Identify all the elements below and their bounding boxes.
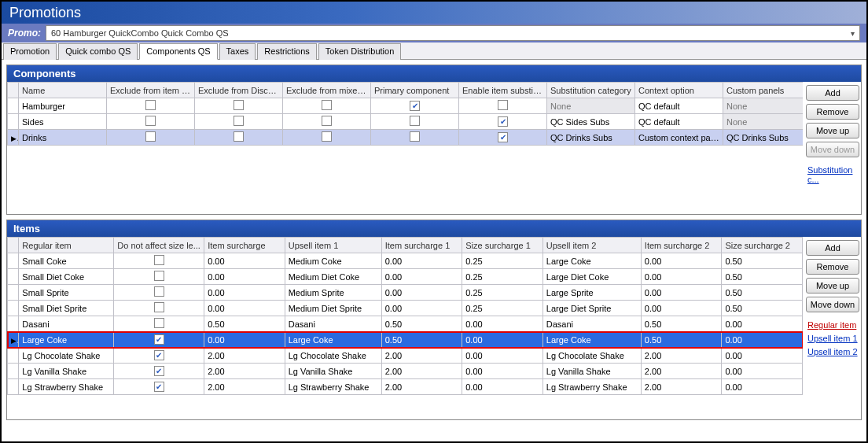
cell[interactable]: 0.25 [462, 269, 543, 285]
checkbox[interactable] [154, 318, 164, 328]
tab-components-qs[interactable]: Components QS [139, 43, 217, 60]
table-row[interactable]: Small Coke0.00Medium Coke0.000.25Large C… [8, 253, 803, 269]
cell[interactable]: 0.00 [204, 269, 285, 285]
checkbox[interactable] [322, 116, 332, 126]
checkbox[interactable] [322, 131, 332, 142]
upsell1-link[interactable]: Upsell item 1 [806, 334, 859, 343]
cell[interactable] [107, 130, 195, 146]
cell[interactable]: Dasani [19, 316, 114, 332]
cell[interactable]: 0.00 [722, 379, 803, 395]
table-row[interactable]: Small Sprite0.00Medium Sprite0.000.25Lar… [8, 285, 803, 301]
cell[interactable]: 0.00 [462, 316, 543, 332]
table-row[interactable]: Lg Vanilla Shake✔2.00Lg Vanilla Shake2.0… [8, 364, 803, 379]
cell[interactable]: 0.00 [462, 332, 543, 348]
checkbox[interactable] [234, 131, 244, 142]
cell[interactable]: 0.00 [641, 301, 722, 316]
movedown-button[interactable]: Move down [806, 142, 859, 157]
tab-taxes[interactable]: Taxes [219, 43, 256, 60]
cell[interactable]: Dasani [285, 316, 381, 332]
add-button[interactable]: Add [806, 85, 859, 101]
add-button[interactable]: Add [806, 240, 859, 256]
tab-token-distribution[interactable]: Token Distribution [318, 43, 401, 60]
cell[interactable] [107, 114, 195, 130]
cell[interactable] [195, 98, 283, 114]
cell[interactable]: 0.00 [204, 285, 285, 301]
cell[interactable]: 2.00 [641, 348, 722, 364]
checkbox[interactable] [234, 116, 244, 126]
cell[interactable]: 0.00 [381, 301, 462, 316]
cell[interactable]: None [723, 98, 804, 114]
col-header[interactable]: Regular item [19, 238, 114, 253]
cell[interactable]: 0.00 [641, 253, 722, 269]
col-header[interactable]: Item surcharge 1 [381, 238, 462, 253]
cell[interactable]: 0.50 [381, 316, 462, 332]
cell[interactable]: QC Sides Subs [547, 114, 635, 130]
checkbox[interactable] [145, 131, 156, 142]
cell[interactable]: Lg Chocolate Shake [285, 348, 381, 364]
checkbox[interactable]: ✔ [498, 116, 508, 127]
cell[interactable]: Dasani [542, 316, 641, 332]
col-header[interactable]: Upsell item 1 [285, 238, 381, 253]
cell[interactable]: Small Diet Sprite [19, 301, 114, 316]
cell[interactable]: Medium Diet Coke [285, 269, 381, 285]
cell[interactable] [195, 114, 283, 130]
items-grid[interactable]: Regular itemDo not affect size le...Item… [7, 237, 803, 395]
cell[interactable] [371, 114, 459, 130]
cell[interactable]: Large Coke [542, 253, 641, 269]
cell[interactable] [459, 98, 547, 114]
cell[interactable]: Medium Diet Sprite [285, 301, 381, 316]
checkbox[interactable] [145, 116, 156, 126]
table-row[interactable]: Hamburger✔NoneQC defaultNone [8, 98, 804, 114]
cell[interactable]: 0.00 [204, 253, 285, 269]
cell[interactable]: None [547, 98, 635, 114]
cell[interactable]: None [723, 114, 804, 130]
col-header[interactable]: Custom panels [723, 83, 804, 98]
cell[interactable]: QC default [635, 98, 723, 114]
cell[interactable]: 0.25 [462, 301, 543, 316]
cell[interactable]: 2.00 [381, 348, 462, 364]
cell[interactable]: 0.00 [381, 253, 462, 269]
cell[interactable]: ✔ [114, 379, 204, 395]
remove-button[interactable]: Remove [806, 104, 859, 120]
cell[interactable]: Lg Strawberry Shake [542, 379, 641, 395]
cell[interactable]: 0.00 [381, 285, 462, 301]
cell[interactable] [195, 130, 283, 146]
cell[interactable]: 0.25 [462, 285, 543, 301]
cell[interactable]: 0.00 [462, 348, 543, 364]
cell[interactable]: 0.00 [722, 332, 803, 348]
cell[interactable]: Large Diet Sprite [542, 301, 641, 316]
cell[interactable]: 2.00 [641, 364, 722, 379]
cell[interactable]: 0.50 [722, 301, 803, 316]
cell[interactable]: 0.50 [641, 316, 722, 332]
checkbox[interactable] [154, 255, 164, 265]
cell[interactable] [283, 98, 371, 114]
cell[interactable]: 0.50 [722, 253, 803, 269]
cell[interactable]: Medium Sprite [285, 285, 381, 301]
col-header[interactable]: Exclude from Discount [195, 83, 283, 98]
cell[interactable]: ✔ [114, 348, 204, 364]
cell[interactable]: ✔ [114, 332, 204, 348]
cell[interactable] [371, 130, 459, 146]
table-row[interactable]: Lg Strawberry Shake✔2.00Lg Strawberry Sh… [8, 379, 803, 395]
cell[interactable]: 2.00 [204, 364, 285, 379]
cell[interactable]: ✔ [371, 98, 459, 114]
cell[interactable]: 0.50 [722, 285, 803, 301]
table-row[interactable]: Small Diet Coke0.00Medium Diet Coke0.000… [8, 269, 803, 285]
regular-item-link[interactable]: Regular item [806, 320, 859, 330]
cell[interactable]: 0.00 [204, 301, 285, 316]
table-row[interactable]: ▶Large Coke✔0.00Large Coke0.500.00Large … [8, 332, 803, 348]
checkbox[interactable] [154, 271, 164, 281]
cell[interactable]: Custom context panel [635, 130, 723, 146]
cell[interactable]: 0.50 [641, 332, 722, 348]
checkbox[interactable] [498, 100, 508, 110]
cell[interactable] [114, 285, 204, 301]
cell[interactable]: Lg Chocolate Shake [19, 348, 114, 364]
tab-quick-combo-qs[interactable]: Quick combo QS [58, 43, 138, 60]
table-row[interactable]: Small Diet Sprite0.00Medium Diet Sprite0… [8, 301, 803, 316]
cell[interactable]: 0.00 [204, 332, 285, 348]
cell[interactable]: Small Sprite [19, 285, 114, 301]
checkbox[interactable]: ✔ [410, 101, 420, 111]
cell[interactable]: 2.00 [641, 379, 722, 395]
table-row[interactable]: Lg Chocolate Shake✔2.00Lg Chocolate Shak… [8, 348, 803, 364]
col-header[interactable]: Size surcharge 2 [722, 238, 803, 253]
